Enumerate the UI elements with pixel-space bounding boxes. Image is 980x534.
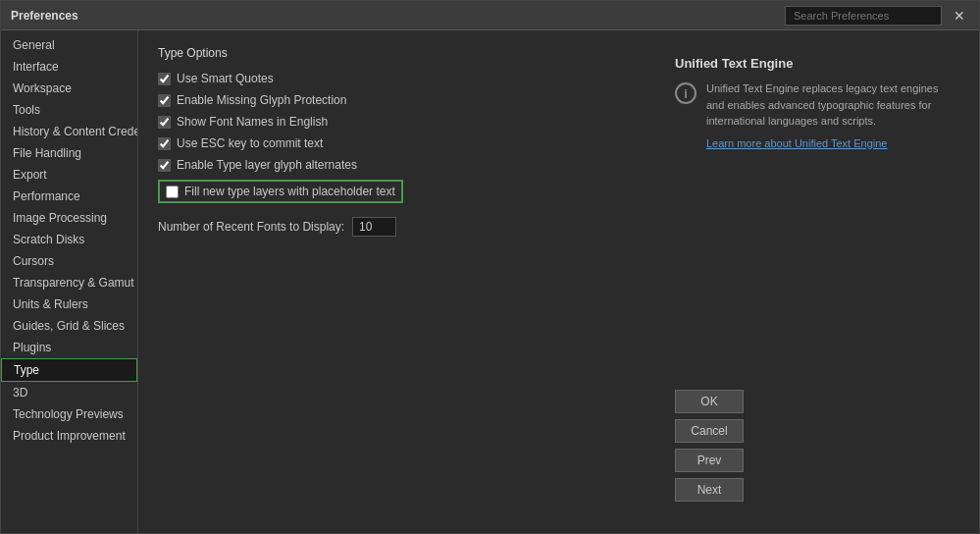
preferences-dialog: Preferences ✕ GeneralInterfaceWorkspaceT…: [0, 0, 980, 534]
checkbox-esc-commit[interactable]: [158, 137, 171, 150]
cancel-button[interactable]: Cancel: [675, 419, 744, 443]
sidebar-item-technology-previews[interactable]: Technology Previews: [1, 403, 137, 425]
sidebar-item-plugins[interactable]: Plugins: [1, 337, 137, 358]
sidebar-item-history[interactable]: History & Content Credentials: [1, 121, 137, 142]
info-box: Unified Text Engine i Unified Text Engin…: [665, 46, 959, 374]
info-icon: i: [675, 82, 696, 104]
section-title: Type Options: [158, 46, 645, 60]
main-content: Type Options Use Smart Quotes Enable Mis…: [138, 30, 979, 533]
sidebar-item-transparency-gamut[interactable]: Transparency & Gamut: [1, 272, 137, 294]
info-content: i Unified Text Engine replaces legacy te…: [675, 80, 950, 130]
sidebar-item-units-rulers[interactable]: Units & Rulers: [1, 294, 137, 315]
sidebar-item-general[interactable]: General: [1, 34, 137, 56]
title-bar: Preferences ✕: [1, 1, 979, 30]
sidebar-item-file-handling[interactable]: File Handling: [1, 142, 137, 164]
checkbox-glyph-alternates[interactable]: [158, 159, 171, 172]
recent-fonts-row: Number of Recent Fonts to Display:: [158, 217, 645, 237]
option-missing-glyph: Enable Missing Glyph Protection: [158, 93, 645, 107]
label-esc-commit[interactable]: Use ESC key to commit text: [177, 136, 323, 150]
sidebar-item-tools[interactable]: Tools: [1, 99, 137, 121]
checkbox-font-names[interactable]: [158, 116, 171, 129]
checkbox-missing-glyph[interactable]: [158, 94, 171, 107]
label-font-names[interactable]: Show Font Names in English: [177, 115, 328, 129]
label-glyph-alternates[interactable]: Enable Type layer glyph alternates: [177, 158, 357, 172]
sidebar-item-export[interactable]: Export: [1, 164, 137, 186]
option-esc-commit: Use ESC key to commit text: [158, 136, 645, 150]
recent-fonts-label: Number of Recent Fonts to Display:: [158, 220, 344, 234]
left-panel: Type Options Use Smart Quotes Enable Mis…: [158, 46, 645, 517]
recent-fonts-input[interactable]: [352, 217, 396, 237]
prev-button[interactable]: Prev: [675, 449, 744, 472]
sidebar-item-cursors[interactable]: Cursors: [1, 250, 137, 272]
info-description: Unified Text Engine replaces legacy text…: [706, 80, 950, 130]
info-title: Unified Text Engine: [675, 56, 950, 71]
label-missing-glyph[interactable]: Enable Missing Glyph Protection: [177, 93, 346, 107]
sidebar-item-performance[interactable]: Performance: [1, 186, 137, 207]
sidebar-item-scratch-disks[interactable]: Scratch Disks: [1, 229, 137, 250]
title-bar-controls: ✕: [785, 6, 969, 26]
next-button[interactable]: Next: [675, 478, 744, 502]
dialog-body: GeneralInterfaceWorkspaceToolsHistory & …: [1, 30, 979, 533]
sidebar-item-3d[interactable]: 3D: [1, 382, 137, 403]
option-font-names: Show Font Names in English: [158, 115, 645, 129]
option-smart-quotes: Use Smart Quotes: [158, 72, 645, 85]
sidebar-item-product-improvement[interactable]: Product Improvement: [1, 425, 137, 447]
info-link[interactable]: Learn more about Unified Text Engine: [706, 137, 950, 149]
option-placeholder-text-highlighted: Fill new type layers with placeholder te…: [158, 180, 403, 203]
dialog-title: Preferences: [11, 9, 78, 23]
sidebar: GeneralInterfaceWorkspaceToolsHistory & …: [1, 30, 138, 533]
checkbox-placeholder-text[interactable]: [166, 186, 179, 198]
ok-button[interactable]: OK: [675, 390, 744, 413]
checkbox-smart-quotes[interactable]: [158, 73, 171, 85]
right-panel: Unified Text Engine i Unified Text Engin…: [665, 46, 959, 517]
dialog-buttons: OK Cancel Prev Next: [665, 374, 959, 517]
option-glyph-alternates: Enable Type layer glyph alternates: [158, 158, 645, 172]
close-button[interactable]: ✕: [950, 9, 969, 23]
search-input[interactable]: [785, 6, 942, 26]
label-smart-quotes[interactable]: Use Smart Quotes: [177, 72, 274, 85]
sidebar-item-image-processing[interactable]: Image Processing: [1, 207, 137, 229]
sidebar-item-guides-grid-slices[interactable]: Guides, Grid & Slices: [1, 315, 137, 337]
label-placeholder-text[interactable]: Fill new type layers with placeholder te…: [184, 185, 395, 198]
sidebar-item-interface[interactable]: Interface: [1, 56, 137, 78]
sidebar-item-workspace[interactable]: Workspace: [1, 78, 137, 99]
sidebar-item-type[interactable]: Type: [1, 358, 137, 382]
